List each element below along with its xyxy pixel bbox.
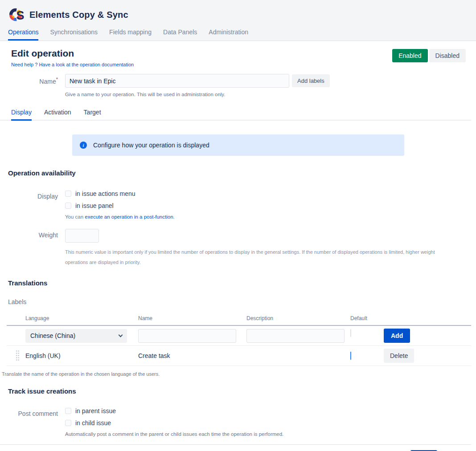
column-header-language: Language [25, 315, 138, 321]
post-comment-field-label: Post comment [0, 407, 65, 417]
name-helper-text: Give a name to your operation. This will… [65, 92, 330, 97]
info-banner: i Configure how your operation is displa… [72, 134, 404, 156]
column-header-name: Name [138, 315, 246, 321]
track-helper-text: Automatically post a comment in the pare… [65, 431, 283, 437]
nav-item-fields-mapping[interactable]: Fields mapping [109, 28, 152, 41]
nav-item-administration[interactable]: Administration [209, 28, 248, 41]
translation-row-english-uk: English (UK) Create task Delete [7, 346, 471, 366]
brand: S Elements Copy & Sync [0, 6, 476, 27]
operation-tabs: Display Activation Target [0, 109, 471, 121]
checkbox-label: in issue actions menu [75, 190, 135, 197]
name-field-label: Name* [0, 74, 65, 85]
svg-text:S: S [16, 9, 25, 22]
tab-display[interactable]: Display [11, 109, 32, 121]
language-select[interactable]: Chinese (China) [25, 329, 127, 343]
nav-item-operations[interactable]: Operations [8, 28, 38, 41]
app-title: Elements Copy & Sync [29, 10, 128, 20]
row-language: English (UK) [25, 352, 138, 359]
chevron-down-icon [119, 333, 123, 337]
checkbox-label: in parent issue [75, 407, 116, 414]
column-header-default: Default [350, 315, 384, 321]
checkbox-in-issue-actions-menu[interactable] [65, 191, 71, 197]
display-field-label: Display [0, 190, 65, 200]
column-header-description: Description [246, 315, 350, 321]
app-logo-icon: S [7, 7, 24, 22]
post-function-link[interactable]: execute an operation in a post-function [85, 214, 173, 219]
add-button[interactable]: Add [384, 329, 410, 343]
top-nav: Operations Synchronisations Fields mappi… [0, 27, 476, 41]
enabled-toggle-group: Enabled Disabled [392, 49, 466, 62]
default-checkbox-new[interactable] [350, 329, 351, 337]
info-banner-text: Configure how your operation is displaye… [93, 142, 209, 149]
tab-target[interactable]: Target [84, 109, 101, 120]
info-icon: i [80, 142, 87, 149]
documentation-link[interactable]: Need help ? Have a look at the operation… [11, 62, 134, 67]
display-helper-text: You can execute an operation in a post-f… [65, 214, 175, 219]
enabled-button[interactable]: Enabled [392, 49, 427, 62]
weight-helper-text: This numeric value is important only if … [65, 247, 457, 268]
checkbox-in-child-issue[interactable] [65, 420, 71, 426]
add-translation-row: Chinese (China) Add [7, 326, 471, 346]
weight-field-label: Weight [0, 229, 65, 239]
checkbox-label: in issue panel [75, 202, 114, 209]
tab-activation[interactable]: Activation [44, 109, 71, 120]
nav-item-synchronisations[interactable]: Synchronisations [50, 28, 98, 41]
labels-sub-heading: Labels [8, 298, 471, 305]
table-header-row: Language Name Description Default [7, 315, 471, 326]
footer-actions: Save Cancel [0, 445, 471, 451]
section-operation-availability: Operation availability [8, 169, 471, 177]
page-title: Edit operation [11, 48, 134, 59]
translations-helper-text: Translate the name of the operation in t… [2, 371, 471, 377]
row-name: Create task [138, 352, 246, 359]
nav-item-data-panels[interactable]: Data Panels [163, 28, 197, 41]
name-input[interactable] [65, 74, 289, 88]
translation-name-input[interactable] [138, 329, 236, 343]
add-labels-button[interactable]: Add labels [292, 74, 330, 87]
section-translations: Translations [8, 279, 471, 287]
app-header: S Elements Copy & Sync Operations Synchr… [0, 0, 476, 41]
translations-table: Language Name Description Default Chines… [7, 315, 471, 366]
checkbox-in-issue-panel[interactable] [65, 203, 71, 209]
weight-input[interactable] [65, 229, 99, 243]
default-checkbox-english-uk[interactable] [350, 352, 351, 360]
disabled-button[interactable]: Disabled [429, 49, 466, 62]
delete-button[interactable]: Delete [384, 349, 414, 363]
section-track-issue-creations: Track issue creations [8, 387, 471, 395]
translation-description-input[interactable] [246, 329, 345, 343]
checkbox-label: in child issue [75, 419, 111, 427]
main-content: Edit operation Need help ? Have a look a… [0, 48, 476, 451]
drag-handle-icon[interactable] [16, 350, 20, 362]
checkbox-in-parent-issue[interactable] [65, 408, 71, 414]
required-asterisk: * [56, 77, 58, 82]
